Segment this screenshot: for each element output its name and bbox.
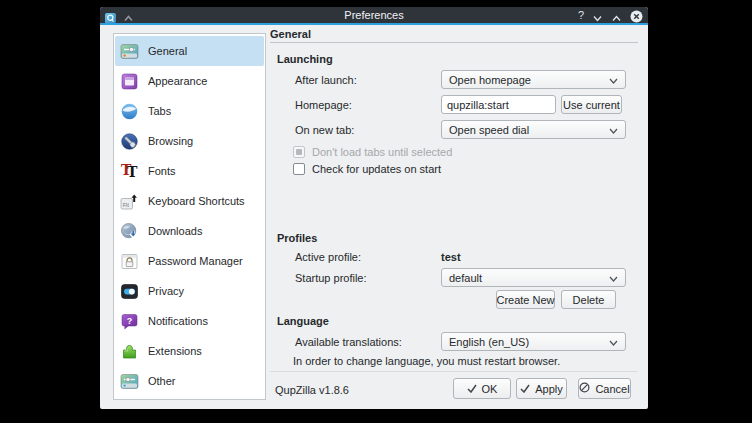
check-icon bbox=[520, 383, 530, 395]
sidebar-item-password-manager[interactable]: Password Manager bbox=[115, 246, 264, 276]
sidebar-item-fonts[interactable]: TT Fonts bbox=[115, 156, 264, 186]
sidebar-item-downloads[interactable]: Downloads bbox=[115, 216, 264, 246]
ok-label: OK bbox=[482, 383, 498, 395]
header-divider bbox=[270, 42, 638, 43]
sidebar-item-extensions[interactable]: Extensions bbox=[115, 336, 264, 366]
footer-divider bbox=[270, 371, 638, 372]
section-launching: Launching bbox=[277, 53, 333, 65]
notifications-icon: ? bbox=[120, 312, 139, 331]
sidebar-item-label: Keyboard Shortcuts bbox=[148, 195, 245, 207]
sidebar-item-appearance[interactable]: Appearance bbox=[115, 66, 264, 96]
startup-profile-label: Startup profile: bbox=[295, 272, 367, 284]
fonts-icon: TT bbox=[120, 162, 139, 181]
version-text: QupZilla v1.8.6 bbox=[275, 384, 349, 396]
section-profiles: Profiles bbox=[277, 232, 317, 244]
delete-button[interactable]: Delete bbox=[561, 290, 616, 309]
on-new-tab-select[interactable]: Open speed dial bbox=[441, 120, 626, 139]
sidebar-item-label: Privacy bbox=[148, 285, 184, 297]
sidebar-item-label: Fonts bbox=[148, 165, 176, 177]
sidebar-item-other[interactable]: Other bbox=[115, 366, 264, 396]
sidebar-item-label: Appearance bbox=[148, 75, 207, 87]
general-icon bbox=[120, 42, 139, 61]
password-manager-icon bbox=[120, 252, 139, 271]
sidebar-item-tabs[interactable]: Tabs bbox=[115, 96, 264, 126]
browsing-icon bbox=[120, 132, 139, 151]
ok-button[interactable]: OK bbox=[453, 378, 511, 399]
use-current-label: Use current bbox=[563, 99, 620, 111]
titlebar-accent-line bbox=[100, 23, 648, 25]
check-icon bbox=[467, 383, 477, 395]
homepage-input[interactable] bbox=[441, 95, 556, 114]
sidebar-item-label: Extensions bbox=[148, 345, 202, 357]
minimize-icon[interactable] bbox=[592, 10, 603, 21]
dont-load-tabs-checkbox: Don't load tabs until selected bbox=[293, 146, 452, 158]
apply-button[interactable]: Apply bbox=[516, 378, 567, 399]
homepage-label: Homepage: bbox=[295, 99, 352, 111]
close-icon[interactable] bbox=[630, 9, 643, 22]
privacy-icon bbox=[120, 282, 139, 301]
sidebar-item-label: Browsing bbox=[148, 135, 193, 147]
on-new-tab-value: Open speed dial bbox=[449, 124, 529, 136]
available-translations-select[interactable]: English (en_US) bbox=[441, 332, 626, 351]
sidebar-item-privacy[interactable]: Privacy bbox=[115, 276, 264, 306]
chevron-down-icon bbox=[609, 124, 618, 136]
cancel-button[interactable]: Cancel bbox=[578, 378, 631, 399]
sidebar-item-label: Tabs bbox=[148, 105, 171, 117]
check-updates-checkbox[interactable]: Check for updates on start bbox=[293, 163, 441, 175]
settings-category-list: General Appearance Tabs Browsing TT Font… bbox=[113, 33, 266, 400]
chevron-down-icon bbox=[609, 272, 618, 284]
check-updates-label: Check for updates on start bbox=[312, 163, 441, 175]
on-new-tab-label: On new tab: bbox=[295, 124, 354, 136]
apply-label: Apply bbox=[535, 383, 563, 395]
after-launch-label: After launch: bbox=[295, 74, 357, 86]
cancel-icon bbox=[579, 382, 590, 395]
sidebar-item-label: Other bbox=[148, 375, 176, 387]
other-icon bbox=[120, 372, 139, 391]
sidebar-item-general[interactable]: General bbox=[115, 36, 264, 66]
cancel-label: Cancel bbox=[595, 383, 629, 395]
after-launch-value: Open homepage bbox=[449, 74, 531, 86]
window-title: Preferences bbox=[100, 7, 648, 23]
dont-load-tabs-label: Don't load tabs until selected bbox=[312, 146, 452, 158]
sidebar-item-label: Downloads bbox=[148, 225, 202, 237]
active-profile-label: Active profile: bbox=[295, 251, 361, 263]
checkbox-icon bbox=[293, 146, 305, 158]
sidebar-item-keyboard-shortcuts[interactable]: FN Keyboard Shortcuts bbox=[115, 186, 264, 216]
sidebar-item-label: General bbox=[148, 45, 187, 57]
sidebar-item-label: Password Manager bbox=[148, 255, 243, 267]
keyboard-shortcuts-icon: FN bbox=[120, 192, 139, 211]
active-profile-value: test bbox=[441, 251, 461, 263]
appearance-icon bbox=[120, 72, 139, 91]
svg-text:?: ? bbox=[127, 315, 133, 325]
sidebar-item-notifications[interactable]: ? Notifications bbox=[115, 306, 264, 336]
extensions-icon bbox=[120, 342, 139, 361]
tabs-icon bbox=[120, 102, 139, 121]
sidebar-item-label: Notifications bbox=[148, 315, 208, 327]
help-icon[interactable]: ? bbox=[578, 8, 584, 22]
svg-text:FN: FN bbox=[123, 202, 129, 207]
chevron-down-icon bbox=[609, 336, 618, 348]
downloads-icon bbox=[120, 222, 139, 241]
page-title: General bbox=[270, 28, 311, 40]
preferences-window: Preferences ? General Appea bbox=[100, 7, 648, 409]
create-new-label: Create New bbox=[496, 294, 554, 306]
section-language: Language bbox=[277, 315, 329, 327]
maximize-icon[interactable] bbox=[611, 10, 622, 21]
create-new-button[interactable]: Create New bbox=[496, 290, 555, 309]
available-translations-label: Available translations: bbox=[295, 336, 402, 348]
startup-profile-value: default bbox=[449, 272, 482, 284]
use-current-button[interactable]: Use current bbox=[561, 95, 622, 114]
available-translations-value: English (en_US) bbox=[449, 336, 529, 348]
delete-label: Delete bbox=[573, 294, 605, 306]
chevron-down-icon bbox=[609, 74, 618, 86]
startup-profile-select[interactable]: default bbox=[441, 268, 626, 287]
sidebar-item-browsing[interactable]: Browsing bbox=[115, 126, 264, 156]
titlebar[interactable]: Preferences ? bbox=[100, 7, 648, 23]
restart-note: In order to change language, you must re… bbox=[293, 355, 560, 367]
after-launch-select[interactable]: Open homepage bbox=[441, 70, 626, 89]
checkbox-icon[interactable] bbox=[293, 163, 305, 175]
